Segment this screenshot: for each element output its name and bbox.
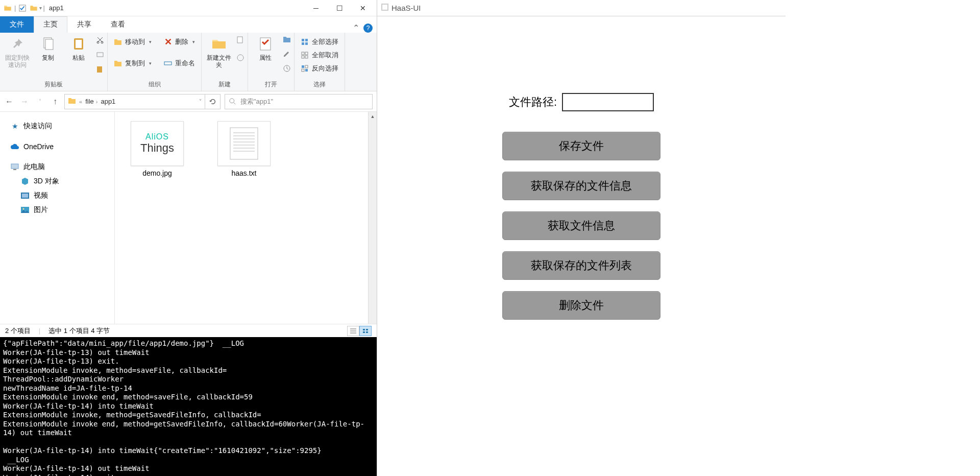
close-button[interactable]: ✕ (351, 0, 375, 16)
forward-button[interactable]: → (19, 97, 30, 107)
file-path-input[interactable] (562, 93, 654, 111)
newfolder-button[interactable]: 新建文件夹 (205, 36, 233, 69)
folder-icon (30, 4, 38, 12)
status-items: 2 个项目 (5, 326, 31, 336)
help-icon[interactable]: ? (363, 23, 373, 33)
details-view-button[interactable] (347, 326, 359, 336)
copy-icon (40, 36, 56, 52)
moveto-button[interactable]: 移动到▾ (111, 36, 155, 48)
group-select-label: 选择 (298, 79, 341, 90)
explorer-titlebar: | ▾ | app1 ─ ☐ ✕ (0, 0, 377, 16)
breadcrumb-dropdown[interactable]: ˅ (199, 99, 202, 104)
file-label: demo.jpg (142, 169, 172, 177)
delete-file-button[interactable]: 删除文件 (502, 291, 660, 320)
svg-rect-21 (305, 56, 308, 58)
tab-home[interactable]: 主页 (34, 16, 67, 33)
svg-rect-15 (305, 39, 308, 41)
history-icon[interactable] (283, 64, 291, 74)
select-none-button[interactable]: 全部取消 (298, 49, 341, 61)
group-clipboard-label: 剪贴板 (3, 79, 104, 90)
get-info-button[interactable]: 获取文件信息 (502, 211, 660, 240)
tab-share[interactable]: 共享 (67, 16, 101, 33)
edit-icon[interactable] (283, 50, 291, 59)
select-all-icon (301, 38, 309, 46)
file-path-label: 文件路径: (509, 94, 557, 110)
copyto-button[interactable]: 复制到▾ (111, 57, 155, 69)
svg-rect-7 (97, 53, 103, 57)
group-organize-label: 组织 (111, 79, 198, 90)
svg-rect-18 (302, 52, 304, 55)
maximize-button[interactable]: ☐ (328, 0, 351, 16)
pin-icon (9, 36, 26, 52)
rename-button[interactable]: 重命名 (161, 57, 198, 69)
search-input[interactable]: 搜索"app1" (225, 94, 373, 109)
breadcrumb-seg[interactable]: file› (85, 98, 97, 105)
svg-rect-2 (45, 39, 53, 50)
collapse-ribbon-icon[interactable]: ⌃ (353, 23, 359, 33)
ribbon: 固定到快速访问 复制 粘贴 剪贴板 (0, 33, 377, 91)
search-icon (229, 98, 236, 105)
get-saved-list-button[interactable]: 获取保存的文件列表 (502, 251, 660, 280)
cut-icon[interactable] (96, 36, 104, 45)
svg-rect-30 (22, 194, 28, 198)
recent-dropdown[interactable]: ˅ (35, 97, 45, 107)
sidebar-item-thispc[interactable]: 此电脑 (0, 160, 114, 174)
select-invert-button[interactable]: 反向选择 (298, 62, 341, 75)
newfolder-icon (211, 36, 227, 52)
svg-point-32 (23, 208, 24, 210)
pc-icon (10, 162, 19, 172)
copy-button[interactable]: 复制 (34, 36, 62, 61)
up-button[interactable]: ↑ (50, 97, 60, 107)
paste-button[interactable]: 粘贴 (64, 36, 93, 61)
delete-icon: ✕ (164, 38, 172, 46)
sidebar-item-pictures[interactable]: 图片 (0, 203, 114, 217)
scroll-up-icon[interactable]: ▲ (369, 112, 377, 121)
get-saved-info-button[interactable]: 获取保存的文件信息 (502, 172, 660, 200)
checkbox-icon[interactable] (18, 4, 27, 12)
easy-access-icon[interactable] (236, 54, 244, 63)
tab-file[interactable]: 文件 (0, 16, 34, 33)
sidebar-item-3d[interactable]: 3D 对象 (0, 174, 114, 188)
breadcrumb-seg[interactable]: app1 (101, 98, 115, 105)
paste-shortcut-icon[interactable] (96, 65, 104, 75)
scrollbar[interactable]: ▲ (368, 112, 377, 324)
sidebar-item-onedrive[interactable]: OneDrive (0, 139, 114, 154)
star-icon: ★ (10, 122, 19, 131)
refresh-button[interactable] (205, 94, 220, 109)
status-bar: 2 个项目 | 选中 1 个项目 4 字节 (0, 324, 377, 337)
paste-icon (70, 36, 87, 52)
new-item-icon[interactable] (236, 36, 244, 45)
svg-rect-14 (302, 39, 304, 41)
delete-button[interactable]: ✕ 删除▾ (161, 36, 198, 48)
tab-view[interactable]: 查看 (101, 16, 135, 33)
folder-icon (114, 59, 122, 67)
select-none-icon (301, 51, 309, 59)
rename-icon (164, 59, 172, 67)
icons-view-button[interactable] (359, 326, 372, 336)
file-item-demo[interactable]: AliOS Things demo.jpg (124, 121, 190, 177)
sidebar-item-video[interactable]: 视频 (0, 188, 114, 203)
svg-rect-20 (302, 56, 304, 58)
svg-rect-16 (302, 42, 304, 45)
svg-rect-27 (11, 164, 18, 169)
copy-path-icon[interactable] (96, 51, 104, 60)
properties-button[interactable]: 属性 (251, 36, 280, 61)
breadcrumb[interactable]: « file› app1 ˅ (64, 94, 205, 109)
svg-rect-33 (230, 128, 258, 159)
pin-button[interactable]: 固定到快速访问 (3, 36, 32, 69)
open-icon[interactable] (283, 36, 291, 44)
sidebar-item-quickaccess[interactable]: ★ 快速访问 (0, 119, 114, 133)
minimize-button[interactable]: ─ (304, 0, 328, 16)
save-file-button[interactable]: 保存文件 (502, 132, 660, 160)
svg-rect-47 (366, 331, 368, 333)
back-button[interactable]: ← (4, 97, 14, 107)
haas-title: HaaS-UI (391, 4, 421, 12)
file-view[interactable]: AliOS Things demo.jpg haas.txt (115, 112, 368, 324)
svg-rect-17 (305, 42, 308, 45)
file-item-haas[interactable]: haas.txt (211, 121, 277, 177)
file-label: haas.txt (231, 169, 256, 177)
haas-titlebar: HaaS-UI (377, 0, 786, 16)
console-output[interactable]: {"apFilePath":"data/mini_app/file/app1/d… (0, 337, 377, 476)
select-all-button[interactable]: 全部选择 (298, 36, 341, 48)
svg-rect-49 (382, 5, 387, 10)
